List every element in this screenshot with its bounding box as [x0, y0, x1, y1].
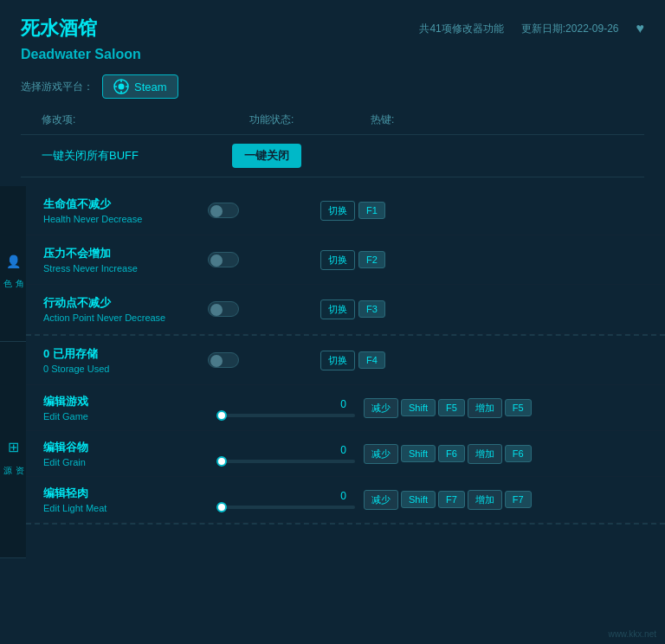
feature-en-stress: Stress Never Increase: [43, 263, 208, 274]
feature-cn-health: 生命值不减少: [43, 196, 208, 212]
feature-row-action: 行动点不减少 Action Point Never Decrease 切换 F3: [26, 285, 665, 334]
slider-knob-editgrain[interactable]: [216, 456, 227, 467]
sidebar-text-resources: 资源: [1, 459, 25, 460]
feature-cn-editgame: 编辑游戏: [43, 394, 208, 409]
feature-cn-storage: 0 已用存储: [43, 346, 208, 362]
hotkey-f6-add-editgrain: F6: [505, 445, 532, 462]
toggle-knob-stress: [210, 254, 223, 267]
toggle-storage[interactable]: [208, 352, 239, 368]
toggle-health[interactable]: [208, 203, 239, 218]
header: 死水酒馆 共41项修改器功能 更新日期:2022-09-26 ♥ Deadwat…: [0, 0, 665, 186]
feature-en-health: Health Never Decrease: [43, 214, 208, 224]
slider-info-editgame: 编辑游戏 Edit Game: [43, 394, 208, 422]
feature-info-storage: 0 已用存储 0 Storage Used: [43, 346, 208, 374]
slider-area-lightmeat: 0: [208, 490, 364, 509]
hotkey-f6-reduce-editgrain: F6: [438, 445, 465, 462]
hotkey-shift-editgrain: Shift: [401, 445, 436, 462]
hotkey-reduce-editgrain[interactable]: 减少: [364, 444, 398, 464]
toggle-stress[interactable]: [208, 252, 239, 267]
slider-row-editgrain: 编辑谷物 Edit Grain 0 减少 Shift F6: [26, 431, 665, 477]
slider-hotkeys-lightmeat: 减少 Shift F7 增加 F7: [364, 490, 648, 510]
feature-en-storage: 0 Storage Used: [43, 364, 208, 374]
hotkey-area-action: 切换 F3: [320, 299, 648, 319]
feature-en-editgame: Edit Game: [43, 411, 208, 422]
header-top: 死水酒馆 共41项修改器功能 更新日期:2022-09-26 ♥: [21, 16, 644, 42]
hotkey-key-storage: F4: [358, 351, 385, 369]
total-features: 共41项修改器功能: [419, 22, 503, 36]
slider-knob-lightmeat[interactable]: [216, 502, 227, 512]
hotkey-shift-editgame: Shift: [401, 399, 436, 416]
sidebar-text-characters: 角色: [1, 272, 25, 274]
toggle-action[interactable]: [208, 301, 239, 317]
hotkey-f5-add-editgame: F5: [505, 399, 532, 416]
feature-cn-action: 行动点不减少: [43, 295, 208, 311]
slider-hotkeys-editgame: 减少 Shift F5 增加 F5: [364, 398, 648, 418]
hotkey-switch-health[interactable]: 切换: [320, 201, 355, 221]
hotkey-switch-stress[interactable]: 切换: [320, 250, 355, 270]
game-title-cn: 死水酒馆: [21, 16, 97, 42]
svg-point-1: [119, 84, 125, 90]
slider-value-editgrain: 0: [340, 444, 355, 456]
hotkey-f7-add-lightmeat: F7: [505, 491, 532, 508]
hotkey-area-health: 切换 F1: [320, 201, 648, 221]
steam-button[interactable]: Steam: [102, 74, 178, 99]
column-headers: 修改项: 功能状态: 热键:: [21, 113, 644, 135]
slider-area-editgame: 0: [208, 398, 364, 417]
feature-info-action: 行动点不减少 Action Point Never Decrease: [43, 295, 208, 323]
col-status-label: 功能状态:: [232, 113, 371, 127]
slider-info-editgrain: 编辑谷物 Edit Grain: [43, 440, 208, 467]
heart-icon[interactable]: ♥: [636, 21, 645, 36]
hotkey-switch-storage[interactable]: 切换: [320, 351, 355, 370]
header-meta: 共41项修改器功能 更新日期:2022-09-26 ♥: [419, 21, 644, 36]
toggle-area-health: [208, 203, 320, 218]
toggle-knob-action: [210, 304, 223, 316]
feature-info-health: 生命值不减少 Health Never Decrease: [43, 196, 208, 224]
hotkey-add-lightmeat[interactable]: 增加: [468, 490, 502, 510]
toggle-area-action: [208, 301, 320, 317]
feature-cn-stress: 压力不会增加: [43, 246, 208, 261]
hotkey-key-stress: F2: [358, 251, 385, 268]
feature-cn-lightmeat: 编辑轻肉: [43, 486, 208, 501]
col-hotkey-label: 热键:: [371, 113, 623, 127]
hotkey-key-action: F3: [358, 300, 385, 318]
one-key-row: 一键关闭所有BUFF 一键关闭: [21, 135, 644, 177]
col-mod-label: 修改项:: [42, 113, 232, 127]
feature-cn-editgrain: 编辑谷物: [43, 440, 208, 455]
slider-track-editgame[interactable]: [216, 414, 355, 417]
update-date: 更新日期:2022-09-26: [521, 22, 619, 36]
hotkey-add-editgrain[interactable]: 增加: [468, 444, 502, 464]
toggle-knob-health: [210, 205, 223, 217]
hotkey-add-editgame[interactable]: 增加: [468, 398, 502, 418]
slider-row-lightmeat: 编辑轻肉 Edit Light Meat 0 减少 Shift F7: [26, 477, 665, 523]
game-title-en: Deadwater Saloon: [21, 47, 644, 62]
sidebar-section-characters: 👤 角色: [0, 186, 26, 342]
resources-icon: ⊞: [8, 439, 19, 455]
feature-row-health: 生命值不减少 Health Never Decrease 切换 F1: [26, 186, 665, 235]
section-characters: 生命值不减少 Health Never Decrease 切换 F1: [26, 186, 665, 336]
hotkey-reduce-editgame[interactable]: 减少: [364, 398, 398, 418]
toggle-area-storage: [208, 352, 320, 368]
hotkey-shift-lightmeat: Shift: [401, 491, 436, 508]
slider-value-lightmeat: 0: [340, 490, 355, 502]
hotkey-key-health: F1: [358, 202, 385, 219]
section-resources: 0 已用存储 0 Storage Used 切换 F4: [26, 336, 665, 525]
platform-row: 选择游戏平台： Steam: [21, 74, 644, 99]
hotkey-reduce-lightmeat[interactable]: 减少: [364, 490, 398, 510]
slider-knob-editgame[interactable]: [216, 410, 227, 421]
hotkey-switch-action[interactable]: 切换: [320, 299, 355, 319]
one-key-label: 一键关闭所有BUFF: [42, 148, 232, 164]
hotkey-f7-reduce-lightmeat: F7: [438, 491, 465, 508]
main-content: 生命值不减少 Health Never Decrease 切换 F1: [26, 186, 665, 558]
one-key-button[interactable]: 一键关闭: [232, 144, 301, 168]
hotkey-f5-reduce-editgame: F5: [438, 399, 465, 416]
feature-info-stress: 压力不会增加 Stress Never Increase: [43, 246, 208, 274]
slider-track-editgrain[interactable]: [216, 460, 355, 463]
slider-track-lightmeat[interactable]: [216, 506, 355, 509]
toggle-area-stress: [208, 252, 320, 267]
one-key-btn-area: 一键关闭: [232, 144, 371, 168]
hotkey-area-storage: 切换 F4: [320, 351, 648, 370]
watermark: www.kkx.net: [608, 629, 656, 639]
sidebar: 👤 角色 ⊞ 资源: [0, 186, 26, 558]
hotkey-area-stress: 切换 F2: [320, 250, 648, 270]
sidebar-section-resources: ⊞ 资源: [0, 342, 26, 558]
